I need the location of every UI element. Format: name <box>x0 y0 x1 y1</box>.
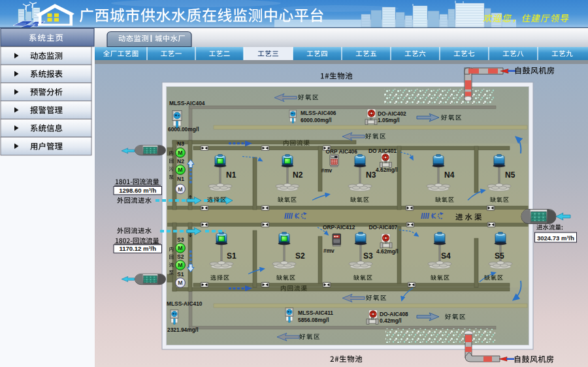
svg-text:N4: N4 <box>444 170 455 180</box>
svg-text:6000.00mg/l: 6000.00mg/l <box>301 117 332 123</box>
svg-text:6000.00mg/l: 6000.00mg/l <box>168 126 199 133</box>
svg-text:N3: N3 <box>366 170 376 180</box>
svg-text:S3: S3 <box>363 251 373 261</box>
svg-text:2321.94mg/l: 2321.94mg/l <box>167 327 199 333</box>
svg-text:1170.12 m³/h: 1170.12 m³/h <box>119 245 156 252</box>
svg-text:DO-AIC408: DO-AIC408 <box>380 311 408 317</box>
svg-text:MLSS-AIC410: MLSS-AIC410 <box>167 300 203 307</box>
svg-text:M: M <box>178 262 182 268</box>
svg-text:M: M <box>178 150 182 156</box>
svg-text:ORP AIC406: ORP AIC406 <box>326 148 358 155</box>
svg-text:#mv: #mv <box>323 247 335 254</box>
svg-text:N2: N2 <box>177 158 184 165</box>
svg-text:DO-AIC407: DO-AIC407 <box>369 224 398 231</box>
svg-text:MLSS-AIC411: MLSS-AIC411 <box>298 310 333 316</box>
svg-text:N5: N5 <box>505 170 515 180</box>
svg-text:#mv: #mv <box>321 167 333 174</box>
svg-text:1.05mg/l: 1.05mg/l <box>378 117 400 123</box>
svg-text:M: M <box>178 186 182 193</box>
svg-text:M: M <box>178 279 182 286</box>
svg-text:S3: S3 <box>177 236 184 243</box>
svg-text:ORP-AIC412: ORP-AIC412 <box>323 224 355 231</box>
svg-text:S2: S2 <box>295 251 305 261</box>
svg-text:0.42mg/l: 0.42mg/l <box>380 317 402 324</box>
svg-text:N3: N3 <box>177 140 184 147</box>
svg-text:S2: S2 <box>177 253 184 260</box>
svg-text:M: M <box>178 245 182 251</box>
svg-text:S1: S1 <box>177 271 184 278</box>
svg-text:MLSS-AIC406: MLSS-AIC406 <box>301 110 336 116</box>
svg-text:N1: N1 <box>226 170 237 180</box>
svg-text:S4: S4 <box>441 251 451 261</box>
svg-text:N2: N2 <box>293 170 303 180</box>
svg-text:S1: S1 <box>227 251 237 261</box>
svg-text:4.62mg/l: 4.62mg/l <box>376 167 398 173</box>
svg-text:4.62mg/l: 4.62mg/l <box>376 248 399 255</box>
svg-text:5856.08mg/l: 5856.08mg/l <box>298 317 329 323</box>
svg-text:N1: N1 <box>177 176 184 182</box>
svg-text:1298.60 m³/h: 1298.60 m³/h <box>119 187 156 194</box>
svg-text:M: M <box>178 167 182 173</box>
svg-text:MLSS-AIC404: MLSS-AIC404 <box>169 100 205 106</box>
svg-text:DO-AIC402: DO-AIC402 <box>378 110 406 117</box>
svg-text:S5: S5 <box>495 251 504 261</box>
svg-text:3024.73 m³/h: 3024.73 m³/h <box>537 234 574 242</box>
